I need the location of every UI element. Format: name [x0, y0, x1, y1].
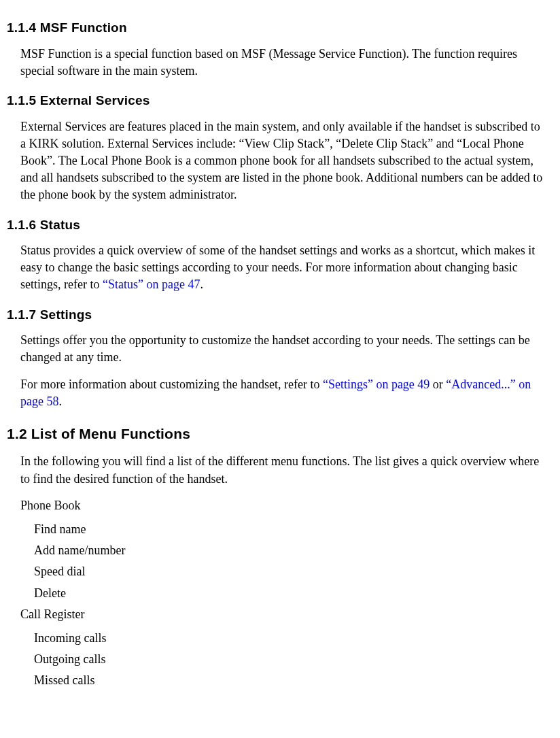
paragraph-settings-1: Settings offer you the opportunity to cu…: [20, 332, 546, 366]
paragraph-external-services: External Services are features placed in…: [20, 118, 546, 204]
list-item: Speed dial: [34, 563, 546, 580]
heading-list-menu-functions: 1.2 List of Menu Functions: [7, 424, 546, 443]
paragraph-msf-function: MSF Function is a special function based…: [20, 46, 546, 80]
text-settings-post: .: [58, 395, 62, 408]
list-item: Incoming calls: [34, 630, 546, 647]
label-call-register: Call Register: [20, 606, 546, 623]
text-status-pre: Status provides a quick overview of some…: [20, 244, 535, 291]
heading-settings: 1.1.7 Settings: [7, 306, 546, 324]
list-item: Add name/number: [34, 542, 546, 559]
paragraph-settings-2: For more information about customizing t…: [20, 376, 546, 410]
heading-external-services: 1.1.5 External Services: [7, 92, 546, 110]
list-item: Outgoing calls: [34, 651, 546, 668]
text-settings-pre: For more information about customizing t…: [20, 378, 323, 391]
link-settings-page-49[interactable]: “Settings” on page 49: [323, 378, 430, 391]
heading-msf-function: 1.1.4 MSF Function: [7, 19, 546, 37]
text-settings-mid: or: [430, 378, 446, 391]
text-status-post: .: [200, 278, 203, 291]
list-item: Find name: [34, 521, 546, 538]
link-status-page-47[interactable]: “Status” on page 47: [103, 278, 200, 291]
paragraph-status: Status provides a quick overview of some…: [20, 242, 546, 294]
paragraph-list-intro: In the following you will find a list of…: [20, 453, 546, 487]
label-phone-book: Phone Book: [20, 497, 546, 514]
list-item: Missed calls: [34, 672, 546, 689]
list-item: Delete: [34, 585, 546, 602]
heading-status: 1.1.6 Status: [7, 216, 546, 235]
